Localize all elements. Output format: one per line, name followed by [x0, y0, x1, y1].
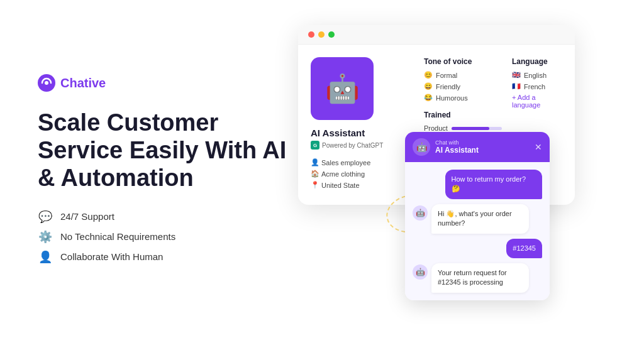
chat-avatar: 🤖 [413, 138, 430, 156]
info-text-2: United State [321, 182, 360, 189]
info-text-0: Sales employee [321, 159, 370, 166]
logo-row: Chative [38, 74, 289, 92]
chat-close-button[interactable]: ✕ [535, 142, 542, 152]
window-dot-yellow [318, 31, 325, 38]
chat-messages: How to return my order? 🤔 🤖 Hi 👋, what's… [405, 162, 550, 300]
msg-3-row: 🤖 Your return request for #12345 is proc… [413, 263, 542, 293]
msg-0: How to return my order? 🤔 [445, 170, 543, 199]
trained-label-0: Product [424, 124, 447, 132]
chat-name: AI Assistant [435, 146, 479, 155]
add-language-button[interactable]: + Add a language [512, 94, 562, 109]
person-icon: 👤 [311, 158, 318, 166]
feature-item-1: ⚙️ No Technical Requirements [38, 230, 289, 244]
chat-card: 🤖 Chat with AI Assistant ✕ How to return… [405, 132, 550, 300]
tone-item-0: 😊 Formal [424, 71, 502, 79]
svg-point-1 [45, 81, 48, 85]
lang-label-1: French [524, 83, 545, 90]
chatgpt-icon: G [311, 141, 319, 150]
info-row-0: 👤 Sales employee [311, 158, 411, 166]
left-section: Chative Scale Customer Service Easily Wi… [38, 0, 289, 338]
card-left-col: 🤖 AI Assistant G Powered by ChatGPT 👤 Sa… [311, 57, 411, 192]
bot-avatar-3: 🤖 [413, 264, 428, 280]
tone-item-2: 😂 Humorous [424, 94, 502, 102]
feature-item-0: 💬 24/7 Support [38, 210, 289, 224]
bot-avatar-1: 🤖 [413, 205, 428, 221]
flag-fr: 🇫🇷 [512, 82, 521, 90]
location-icon: 📍 [311, 181, 318, 189]
info-row-2: 📍 United State [311, 181, 411, 189]
right-section: 🤖 AI Assistant G Powered by ChatGPT 👤 Sa… [279, 0, 644, 338]
lang-item-0: 🇬🇧 English [512, 71, 562, 79]
tone-label-1: Friendly [436, 83, 460, 90]
language-title: Language [512, 57, 562, 66]
feature-text-2: Collaborate With Human [60, 251, 163, 262]
headline: Scale Customer Service Easily With AI & … [38, 109, 289, 192]
tone-emoji-0: 😊 [424, 71, 433, 79]
feature-item-2: 👤 Collaborate With Human [38, 250, 289, 264]
tone-emoji-2: 😂 [424, 94, 433, 102]
chat-title-block: Chat with AI Assistant [435, 139, 479, 155]
msg-2: #12345 [506, 239, 542, 258]
msg-3: Your return request for #12345 is proces… [431, 263, 529, 293]
tone-title: Tone of voice [424, 57, 502, 66]
msg-1-row: 🤖 Hi 👋, what's your order number? [413, 204, 542, 234]
window-dot-green [328, 31, 335, 38]
info-row-1: 🏠 Acme clothing [311, 170, 411, 178]
chat-header-left: 🤖 Chat with AI Assistant [413, 138, 479, 156]
ai-name: AI Assistant [311, 128, 411, 138]
features-list: 💬 24/7 Support ⚙️ No Technical Requireme… [38, 210, 289, 264]
feature-text-1: No Technical Requirements [60, 231, 175, 242]
trained-row-0: Product [424, 124, 502, 132]
trained-bar-fill-0 [452, 127, 489, 130]
msg-1: Hi 👋, what's your order number? [431, 204, 529, 234]
trained-bar-0 [452, 127, 502, 130]
tone-item-1: 😄 Friendly [424, 82, 502, 90]
powered-text: Powered by ChatGPT [322, 142, 383, 149]
card-titlebar [298, 25, 575, 45]
window-dot-red [308, 31, 314, 38]
logo-text: Chative [60, 76, 106, 90]
lang-label-0: English [524, 72, 547, 79]
tone-emoji-1: 😄 [424, 82, 433, 90]
feature-text-0: 24/7 Support [60, 211, 114, 222]
support-icon: 💬 [38, 210, 53, 224]
building-icon: 🏠 [311, 170, 318, 178]
chative-logo-icon [38, 74, 55, 92]
chat-with-label: Chat with [435, 139, 479, 146]
tech-icon: ⚙️ [38, 230, 53, 244]
ai-avatar: 🤖 [311, 57, 374, 120]
powered-row: G Powered by ChatGPT [311, 141, 411, 150]
tone-label-2: Humorous [436, 94, 468, 102]
chat-header: 🤖 Chat with AI Assistant ✕ [405, 132, 550, 162]
info-text-1: Acme clothing [321, 170, 365, 178]
human-icon: 👤 [38, 250, 53, 264]
flag-en: 🇬🇧 [512, 71, 521, 79]
trained-title: Trained [424, 111, 502, 119]
lang-item-1: 🇫🇷 French [512, 82, 562, 90]
tone-label-0: Formal [436, 72, 457, 79]
